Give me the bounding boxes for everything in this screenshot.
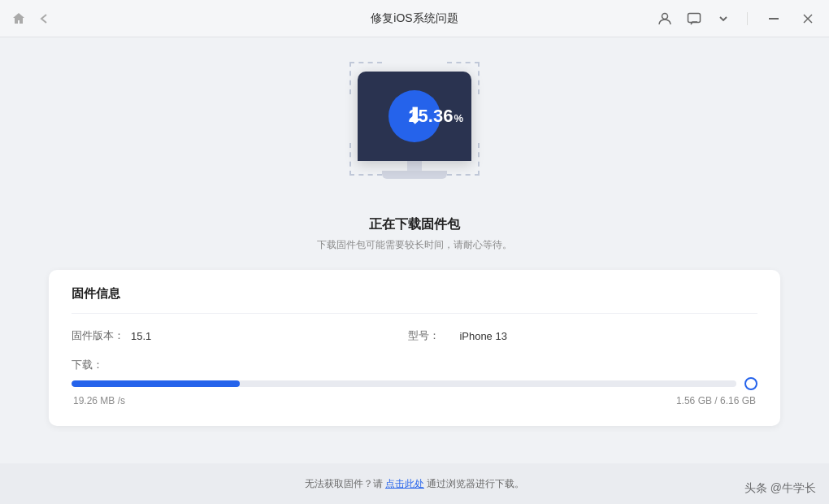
card-title: 固件信息 [72,286,757,314]
status-title: 正在下载固件包 [369,216,460,233]
percent-display: 25.36% [408,106,463,127]
bottom-text2: 通过浏览器进行下载。 [427,477,524,491]
download-stats: 19.26 MB /s 1.56 GB / 6.16 GB [72,395,757,406]
home-icon[interactable] [10,10,28,28]
minimize-button[interactable] [762,7,785,30]
bottom-text1: 无法获取固件？请 [305,477,383,491]
monitor-stand-neck [407,161,422,171]
progress-end-dot [744,377,757,390]
monitor-illustration: ⬇ 25.36% [333,62,496,200]
chat-icon[interactable] [685,10,703,28]
version-value: 15.1 [131,330,151,342]
monitor-screen: ⬇ 25.36% [358,72,471,161]
monitor-stand-base [382,171,447,179]
model-label: 型号： [408,328,453,343]
status-subtitle: 下载固件包可能需要较长时间，请耐心等待。 [317,238,512,252]
firmware-card: 固件信息 固件版本： 15.1 型号： iPhone 13 下载： 19.26 … [49,270,780,426]
download-label: 下载： [72,358,103,372]
firmware-info-row: 固件版本： 15.1 型号： iPhone 13 [72,328,757,343]
version-label: 固件版本： [72,328,124,343]
user-icon[interactable] [656,10,674,28]
title-bar: 修复iOS系统问题 [0,0,829,37]
model-value: iPhone 13 [459,330,507,342]
browser-download-link[interactable]: 点击此处 [385,477,424,491]
svg-rect-1 [688,13,701,22]
download-row: 下载： 19.26 MB /s 1.56 GB / 6.16 GB [72,358,757,406]
progress-bar-track [72,380,736,387]
svg-rect-2 [769,18,779,20]
dropdown-icon[interactable] [714,10,732,28]
close-button[interactable] [796,7,819,30]
progress-bar-container [72,377,757,390]
window-title: 修复iOS系统问题 [371,11,458,26]
back-icon[interactable] [36,10,54,28]
percent-symbol: % [454,112,463,124]
download-speed: 19.26 MB /s [73,395,125,406]
main-content: ⬇ 25.36% 正在下载固件包 下载固件包可能需要较长时间，请耐心等待。 固件… [0,37,829,463]
window-controls [656,7,819,30]
svg-point-0 [662,13,668,19]
bottom-bar: 无法获取固件？请 点击此处 通过浏览器进行下载。 [0,463,829,504]
download-size: 1.56 GB / 6.16 GB [676,395,756,406]
nav-controls [10,10,54,28]
monitor: ⬇ 25.36% [358,72,471,200]
download-label-row: 下载： [72,358,757,372]
progress-bar-fill [72,380,240,387]
